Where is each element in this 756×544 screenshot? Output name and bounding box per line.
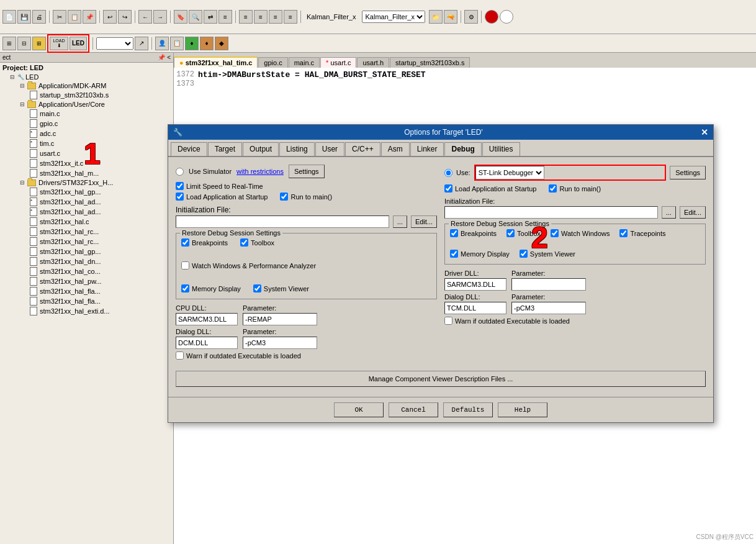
tab-main[interactable]: main.c (289, 57, 320, 68)
toolbar-align3-icon[interactable]: ≡ (269, 10, 282, 24)
watch-windows-left-checkbox[interactable] (181, 261, 189, 270)
sidebar-item-hal-rc2[interactable]: stm32f1xx_hal_rc... (0, 237, 173, 247)
toolbar-bookmark-icon[interactable]: 🔖 (174, 10, 187, 24)
sidebar-item-app-user[interactable]: ⊟ Application/User/Core (0, 100, 173, 109)
toolbar-file-icon[interactable]: 📄 (2, 10, 16, 24)
toolbar-copy-icon[interactable]: 📋 (68, 10, 81, 24)
dialog-tab-debug[interactable]: Debug (444, 142, 481, 156)
breakpoints-left-checkbox[interactable] (181, 238, 189, 247)
load-app-left-checkbox[interactable] (176, 193, 184, 201)
sidebar-item-app-mdk[interactable]: ⊟ Application/MDK-ARM (0, 81, 173, 90)
project-select[interactable]: Kalman_Filter_x (362, 11, 425, 23)
debugger-settings-btn[interactable]: Settings (670, 166, 706, 179)
limit-speed-checkbox[interactable] (176, 182, 184, 190)
warn-checkbox-right[interactable] (444, 317, 452, 325)
toolbar2-grid-icon[interactable]: ⊞ (2, 37, 16, 50)
toolbar-back-icon[interactable]: ← (138, 10, 152, 24)
toolbar-proj-icon[interactable]: 📁 (429, 10, 443, 24)
cpu-param-input[interactable] (243, 313, 317, 325)
sidebar-item-hal-ad2[interactable]: * stm32f1xx_hal_ad... (0, 207, 173, 217)
sidebar-item-led[interactable]: ⊟ 🔧 LED (0, 73, 173, 81)
system-viewer-right-checkbox[interactable] (520, 250, 528, 258)
toolbox-right-checkbox[interactable] (506, 229, 515, 237)
run-main-right-checkbox[interactable] (549, 184, 557, 193)
use-simulator-radio[interactable] (176, 168, 184, 176)
toolbar-find-icon[interactable]: 🔍 (189, 10, 202, 24)
driver-dll-input[interactable] (444, 278, 506, 291)
toolbar-fwd-icon[interactable]: → (153, 10, 167, 24)
tracepoints-checkbox[interactable] (619, 229, 628, 237)
sidebar-item-hal-gp1[interactable]: stm32f1xx_hal_gp... (0, 187, 173, 197)
watch-windows-right-checkbox[interactable] (551, 229, 559, 237)
toolbar-circle2[interactable] (500, 10, 513, 24)
memory-display-right-checkbox[interactable] (450, 250, 458, 258)
toolbar2-diamond-icon[interactable]: ◆ (215, 37, 228, 50)
toolbar-paste-icon[interactable]: 📌 (83, 10, 96, 24)
toolbar-print-icon[interactable]: 🖨 (32, 10, 46, 24)
sidebar-item-drivers[interactable]: ⊟ Drivers/STM32F1xx_H... (0, 178, 173, 187)
options-dialog[interactable]: 🔧 Options for Target 'LED' ✕ Device Targ… (168, 124, 714, 423)
toolbar-redo-icon[interactable]: ↪ (118, 10, 132, 24)
load-app-right-checkbox[interactable] (444, 184, 452, 193)
tab-usart-c[interactable]: * usart.c (320, 57, 356, 68)
tab-startup[interactable]: startup_stm32f103xb.s (390, 57, 470, 68)
toolbar-cut-icon[interactable]: ✂ (53, 10, 66, 24)
toolbar2-copy2-icon[interactable]: 📋 (170, 37, 184, 50)
tab-hal-tim[interactable]: ● stm32f1xx_hal_tim.c (174, 57, 258, 68)
memory-display-left-checkbox[interactable] (181, 284, 189, 292)
dialog-tab-device[interactable]: Device (171, 142, 207, 156)
dialog-param-input[interactable] (243, 337, 317, 349)
init-edit-btn-right[interactable]: Edit... (680, 206, 706, 219)
dialog-tab-target[interactable]: Target (208, 142, 242, 156)
init-file-input-right[interactable] (444, 206, 658, 219)
sidebar-item-hal-ad1[interactable]: * stm32f1xx_hal_ad... (0, 197, 173, 207)
use-hardware-radio[interactable] (444, 169, 452, 177)
dialog-close-button[interactable]: ✕ (701, 127, 708, 137)
warn-checkbox-left[interactable] (176, 351, 184, 360)
toolbar-align4-icon[interactable]: ≡ (284, 10, 297, 24)
sidebar-item-hal-gp2[interactable]: stm32f1xx_hal_gp... (0, 247, 173, 256)
init-browse-btn-left[interactable]: ... (393, 215, 407, 228)
sidebar-item-main[interactable]: main.c (0, 109, 173, 119)
defaults-button[interactable]: Defaults (443, 402, 493, 417)
init-edit-btn-left[interactable]: Edit... (411, 215, 437, 228)
toolbar2-green-icon[interactable]: ♦ (185, 37, 199, 50)
cancel-button[interactable]: Cancel (389, 402, 438, 417)
run-main-left-checkbox[interactable] (280, 193, 288, 201)
dialog-tab-output[interactable]: Output (243, 142, 279, 156)
dialog-tab-listing[interactable]: Listing (279, 142, 315, 156)
sidebar-pin-icon[interactable]: 📌 < (158, 54, 171, 61)
dialog-tab-linker[interactable]: Linker (410, 142, 444, 156)
sidebar-item-hal-pw[interactable]: stm32f1xx_hal_pw... (0, 276, 173, 286)
toolbar2-select[interactable] (96, 37, 133, 50)
toolbox-left-checkbox[interactable] (240, 238, 248, 247)
tab-gpio[interactable]: gpio.c (258, 57, 287, 68)
ok-button[interactable]: OK (334, 402, 384, 417)
tab-usart-h[interactable]: usart.h (357, 57, 389, 68)
dialog-dll-input[interactable] (176, 337, 238, 349)
system-viewer-left-checkbox[interactable] (253, 284, 261, 292)
driver-param-input[interactable] (511, 278, 586, 291)
toolbar-settings-icon[interactable]: ⚙ (464, 10, 478, 24)
init-file-input-left[interactable] (176, 215, 389, 228)
toolbar-save-icon[interactable]: 💾 (17, 10, 31, 24)
toolbar-replace-icon[interactable]: ⇄ (204, 10, 217, 24)
sidebar-item-hal-rc1[interactable]: stm32f1xx_hal_rc... (0, 227, 173, 237)
toolbar-debug-icon[interactable]: 🔫 (444, 10, 457, 24)
cpu-dll-input[interactable] (176, 313, 238, 325)
dialog-tab-asm[interactable]: Asm (381, 142, 410, 156)
toolbar2-gold-icon[interactable]: ♦ (200, 37, 214, 50)
dialog-tab-utilities[interactable]: Utilities (482, 142, 520, 156)
dialog-dll-right-input[interactable] (444, 302, 506, 314)
sidebar-item-startup[interactable]: startup_stm32f103xb.s (0, 90, 173, 100)
manage-component-btn[interactable]: Manage Component Viewer Description File… (176, 371, 706, 387)
dialog-tab-user[interactable]: User (315, 142, 344, 156)
debugger-select[interactable]: ST-Link Debugger (475, 166, 544, 179)
dialog-param-right-input[interactable] (511, 302, 586, 314)
sidebar-item-hal-c[interactable]: stm32f1xx_hal.c (0, 217, 173, 227)
simulator-settings-btn[interactable]: Settings (289, 165, 325, 178)
sidebar-item-hal-fl2[interactable]: stm32f1xx_hal_fla... (0, 296, 173, 306)
toolbar-ref-icon[interactable]: ≡ (218, 10, 232, 24)
init-browse-btn-right[interactable]: ... (662, 206, 676, 219)
toolbar-circle1[interactable] (485, 10, 498, 24)
